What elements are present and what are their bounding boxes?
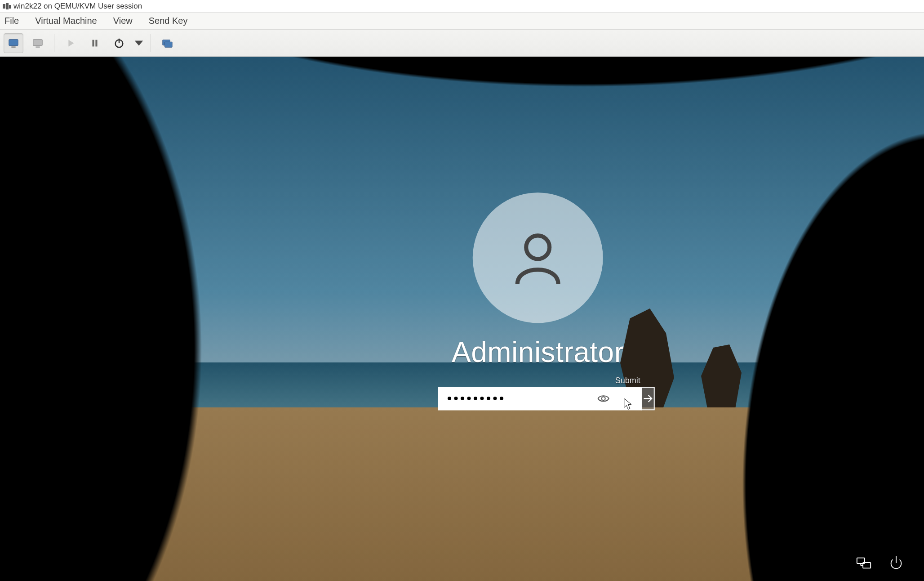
fullscreen-button[interactable] (157, 33, 177, 53)
svg-rect-2 (9, 5, 11, 9)
run-button[interactable] (61, 33, 80, 53)
virt-manager-app-icon (3, 3, 11, 9)
svg-rect-6 (36, 46, 40, 47)
host-toolbar (0, 30, 924, 57)
user-icon (509, 228, 567, 287)
svg-rect-14 (164, 42, 172, 47)
shutdown-button[interactable] (109, 33, 129, 53)
svg-rect-3 (9, 39, 18, 45)
toolbar-separator (151, 34, 151, 52)
login-panel: Administrator Submit (438, 192, 638, 410)
console-view-button[interactable] (4, 33, 23, 53)
host-window-title: win2k22 on QEMU/KVM User session (13, 2, 142, 11)
svg-rect-4 (11, 46, 15, 47)
svg-rect-9 (95, 40, 97, 46)
menu-view[interactable]: View (111, 14, 134, 28)
host-window-titlebar: win2k22 on QEMU/KVM User session (0, 0, 924, 13)
arrow-right-icon (642, 393, 654, 404)
toolbar-separator (54, 34, 54, 52)
svg-marker-7 (68, 40, 74, 46)
lock-screen-tray (854, 553, 906, 573)
details-view-button[interactable] (28, 33, 48, 53)
svg-marker-12 (135, 40, 143, 45)
user-avatar (473, 192, 603, 323)
network-button[interactable] (854, 553, 874, 573)
reveal-password-button[interactable] (595, 390, 612, 407)
username-label: Administrator (438, 335, 638, 369)
menu-send-key[interactable]: Send Key (147, 14, 190, 28)
menu-file[interactable]: File (3, 14, 21, 28)
shutdown-menu-dropdown[interactable] (133, 33, 144, 53)
menu-virtual-machine[interactable]: Virtual Machine (33, 14, 98, 28)
svg-rect-0 (3, 4, 5, 9)
power-button[interactable] (886, 553, 906, 573)
pause-button[interactable] (85, 33, 105, 53)
svg-rect-8 (92, 40, 94, 46)
power-icon (888, 554, 905, 572)
submit-tooltip: Submit (615, 376, 640, 385)
host-menubar: File Virtual Machine View Send Key (0, 13, 924, 30)
password-row: Submit (438, 387, 638, 410)
svg-point-16 (602, 397, 605, 400)
submit-button[interactable] (641, 387, 655, 410)
svg-point-15 (526, 236, 550, 259)
guest-display[interactable]: Administrator Submit (0, 57, 924, 581)
svg-rect-5 (33, 39, 42, 45)
svg-rect-1 (6, 3, 9, 9)
eye-icon (597, 392, 610, 405)
network-icon (855, 554, 872, 572)
